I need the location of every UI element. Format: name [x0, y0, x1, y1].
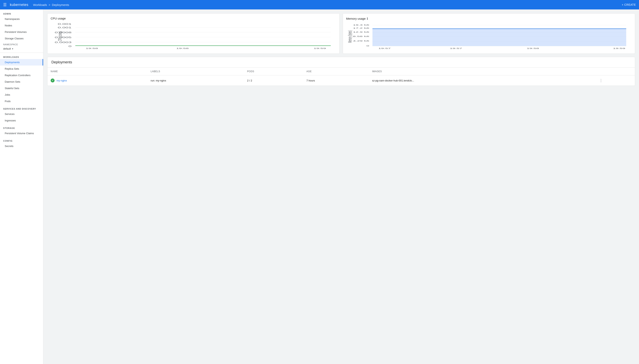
svg-text:0.0003: 0.0003: [55, 41, 72, 44]
sidebar-item-persistent-volumes[interactable]: Persistent Volumes: [0, 29, 43, 35]
sidebar-item-deployments[interactable]: Deployments: [0, 59, 43, 66]
create-button[interactable]: + CREATE: [621, 3, 636, 6]
cell-name: my-nginx: [48, 75, 147, 86]
col-header-labels: Labels: [147, 68, 244, 75]
breadcrumb-current: Deployments: [52, 3, 69, 6]
svg-text:12.9 Mi: 12.9 Mi: [353, 31, 369, 33]
svg-text:17.2 Mi: 17.2 Mi: [353, 27, 369, 29]
create-label: CREATE: [624, 3, 636, 6]
svg-text:19.3 Mi: 19.3 Mi: [353, 24, 369, 26]
namespace-select[interactable]: default ▾: [3, 46, 40, 51]
svg-text:0.001: 0.001: [58, 23, 72, 25]
cell-labels: run: my-nginx: [147, 75, 244, 86]
charts-row: CPU usage 0.001 0.001 0.0008 0.0005 0.00…: [47, 14, 635, 54]
sidebar-item-replica-sets[interactable]: Replica Sets: [0, 66, 43, 72]
svg-text:19:57: 19:57: [450, 48, 462, 50]
workloads-section-header: Workloads: [0, 53, 43, 59]
breadcrumb: Workloads > Deployments: [33, 3, 69, 6]
cpu-chart-card: CPU usage 0.001 0.001 0.0008 0.0005 0.00…: [47, 14, 340, 54]
cell-pods: 2 / 2: [244, 75, 303, 86]
name-cell: my-nginx: [51, 78, 144, 82]
sidebar-item-namespaces[interactable]: Namespaces: [0, 16, 43, 22]
svg-text:0: 0: [68, 45, 72, 48]
svg-marker-29: [372, 29, 626, 46]
sidebar-item-stateful-sets[interactable]: Stateful Sets: [0, 85, 43, 90]
chevron-down-icon: ▾: [12, 48, 13, 50]
svg-text:4.29 Mi: 4.29 Mi: [353, 40, 369, 42]
breadcrumb-separator: >: [49, 3, 50, 6]
svg-text:Memory (bytes): Memory (bytes): [347, 30, 353, 43]
sidebar-item-daemon-sets[interactable]: Daemon Sets: [0, 78, 43, 85]
deployment-name-link[interactable]: my-nginx: [57, 79, 67, 82]
sidebar: Admin Namespaces Nodes Persistent Volume…: [0, 10, 43, 90]
status-ok-icon: [51, 78, 55, 82]
cpu-chart-area: 0.001 0.001 0.0008 0.0005 0.0003 0 CPU (…: [51, 22, 336, 50]
col-header-age: Age: [303, 68, 369, 75]
svg-text:19:58: 19:58: [86, 48, 98, 50]
cell-images: sz-pg-oam-docker-hub-001.tendclo... ⋮: [369, 75, 607, 86]
svg-text:CPU (cores): CPU (cores): [57, 31, 63, 41]
cpu-chart-svg: 0.001 0.001 0.0008 0.0005 0.0003 0 CPU (…: [51, 22, 336, 50]
memory-chart-title: Memory usage ℹ: [346, 17, 632, 20]
admin-section-header: Admin: [0, 10, 43, 16]
memory-chart-svg: 19.3 Mi 17.2 Mi 12.9 Mi 8.58 Mi 4.29 Mi …: [346, 23, 632, 50]
cpu-chart-title: CPU usage: [51, 17, 336, 20]
cell-age: 7 hours: [303, 75, 369, 86]
info-icon[interactable]: ℹ: [367, 17, 368, 20]
sidebar-item-nodes[interactable]: Nodes: [0, 22, 43, 29]
svg-text:19:58: 19:58: [176, 48, 189, 50]
main-content: CPU usage 0.001 0.001 0.0008 0.0005 0.00…: [43, 10, 639, 90]
col-header-images: Images: [369, 68, 607, 75]
plus-icon: +: [622, 3, 624, 6]
topbar: ☰ kubernetes Workloads > Deployments + C…: [0, 0, 639, 10]
deployments-table: Name Labels Pods Age Images my-nginx: [48, 68, 635, 86]
namespace-section: Namespace default ▾: [0, 42, 43, 53]
table-row: my-nginx run: my-nginx 2 / 2 7 hours sz-…: [48, 75, 635, 86]
breadcrumb-workloads[interactable]: Workloads: [33, 3, 47, 6]
svg-text:8.58 Mi: 8.58 Mi: [353, 36, 369, 38]
svg-text:0: 0: [366, 45, 369, 47]
svg-text:19:59: 19:59: [613, 48, 625, 50]
deployments-title: Deployments: [48, 57, 635, 68]
table-header-row: Name Labels Pods Age Images: [48, 68, 635, 75]
menu-icon[interactable]: ☰: [3, 2, 7, 7]
sidebar-item-replication-controllers[interactable]: Replication Controllers: [0, 72, 43, 78]
namespace-label: Namespace: [3, 43, 40, 46]
svg-text:0.001: 0.001: [58, 26, 72, 29]
memory-chart-card: Memory usage ℹ 19.3 Mi 17.2 Mi 12.9 Mi 8…: [343, 14, 635, 54]
memory-chart-area: 19.3 Mi 17.2 Mi 12.9 Mi 8.58 Mi 4.29 Mi …: [346, 23, 632, 50]
svg-text:19:59: 19:59: [314, 48, 326, 50]
images-cell: sz-pg-oam-docker-hub-001.tendclo... ⋮: [372, 78, 604, 83]
col-header-name: Name: [48, 68, 147, 75]
deployments-card: Deployments Name Labels Pods Age Images: [47, 57, 635, 86]
col-header-pods: Pods: [244, 68, 303, 75]
namespace-value: default: [3, 47, 11, 50]
sidebar-item-storage-classes[interactable]: Storage Classes: [0, 35, 43, 42]
svg-text:19:58: 19:58: [527, 48, 539, 50]
col-header-actions: [607, 68, 635, 75]
app-logo: kubernetes: [10, 3, 28, 7]
svg-text:19:57: 19:57: [378, 48, 391, 50]
more-options-button[interactable]: ⋮: [598, 78, 604, 83]
